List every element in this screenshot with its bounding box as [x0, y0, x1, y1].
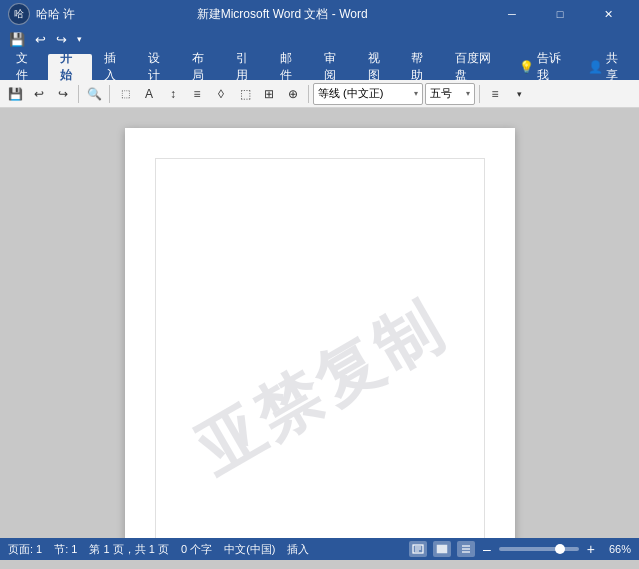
print-view-btn[interactable]: [409, 541, 427, 557]
text-color-btn[interactable]: A: [138, 83, 160, 105]
window-controls: ─ □ ✕: [489, 0, 631, 28]
sep3: [308, 85, 309, 103]
menu-baidu[interactable]: 百度网盘: [443, 54, 507, 80]
menu-review[interactable]: 审阅: [312, 54, 356, 80]
menu-file[interactable]: 文件: [4, 54, 48, 80]
zoom-slider[interactable]: [499, 547, 579, 551]
sep4: [479, 85, 480, 103]
font-name-value: 等线 (中文正): [318, 86, 410, 101]
print-layout-icon: [412, 544, 424, 554]
menu-view[interactable]: 视图: [356, 54, 400, 80]
document-page: 亚禁复制: [125, 128, 515, 538]
search-btn[interactable]: 🔍: [83, 83, 105, 105]
list-btn[interactable]: ≡: [186, 83, 208, 105]
minimize-button[interactable]: ─: [489, 0, 535, 28]
toolbar-row: 💾 ↩ ↪ 🔍 ⬚ A ↕ ≡ ◊ ⬚ ⊞ ⊕ 等线 (中文正) ▾ 五号 ▾ …: [0, 80, 639, 108]
font-size-value: 五号: [430, 86, 462, 101]
avatar: 哈: [8, 3, 30, 25]
menu-insert[interactable]: 插入: [92, 54, 136, 80]
menu-help[interactable]: 帮助: [399, 54, 443, 80]
sep1: [78, 85, 79, 103]
align-btn[interactable]: ≡: [484, 83, 506, 105]
web-view-btn[interactable]: [433, 541, 451, 557]
page-info: 页面: 1: [8, 542, 42, 557]
section-info: 节: 1: [54, 542, 77, 557]
read-view-btn[interactable]: [457, 541, 475, 557]
arrow-btn[interactable]: ↕: [162, 83, 184, 105]
font-size-dropdown-icon: ▾: [466, 89, 470, 98]
undo-btn[interactable]: ↩: [28, 83, 50, 105]
svg-rect-4: [437, 545, 447, 553]
language: 中文(中国): [224, 542, 275, 557]
close-button[interactable]: ✕: [585, 0, 631, 28]
page-margin-border: [155, 158, 485, 538]
zoom-thumb[interactable]: [555, 544, 565, 554]
ribbon-tabs: 文件 开始 插入 设计 布局 引用 邮件 审阅 视图 帮助 百度网盘 💡 告诉我…: [0, 50, 639, 80]
save-icon[interactable]: 💾: [4, 83, 26, 105]
font-size-selector[interactable]: 五号 ▾: [425, 83, 475, 105]
table-btn[interactable]: ⊞: [258, 83, 280, 105]
zoom-minus-btn[interactable]: –: [483, 541, 491, 557]
status-bar: 页面: 1 节: 1 第 1 页，共 1 页 0 个字 中文(中国) 插入: [0, 538, 639, 560]
lightbulb-icon: 💡: [519, 60, 534, 74]
menu-share[interactable]: 👤 共享: [576, 54, 635, 80]
menu-references[interactable]: 引用: [224, 54, 268, 80]
page-count: 第 1 页，共 1 页: [89, 542, 168, 557]
edit-mode: 插入: [287, 542, 309, 557]
quick-access-toolbar: 💾 ↩ ↪ ▾: [0, 28, 639, 50]
menu-start[interactable]: 开始: [48, 54, 92, 80]
read-layout-icon: [460, 544, 472, 554]
menu-design[interactable]: 设计: [136, 54, 180, 80]
qa-undo-button[interactable]: ↩: [32, 31, 49, 48]
redo-btn[interactable]: ↪: [52, 83, 74, 105]
status-right: – + 66%: [409, 541, 631, 557]
diamond-btn[interactable]: ◊: [210, 83, 232, 105]
ribbon-tabs-wrapper: 💾 ↩ ↪ ▾ 文件 开始 插入 设计 布局 引用 邮件 审阅 视图 帮助 百度…: [0, 28, 639, 80]
grid-btn[interactable]: ⬚: [234, 83, 256, 105]
qa-redo-button[interactable]: ↪: [53, 31, 70, 48]
sep2: [109, 85, 110, 103]
droparrow-btn[interactable]: ▾: [508, 83, 530, 105]
zoom-level: 66%: [603, 543, 631, 555]
plus-btn[interactable]: ⊕: [282, 83, 304, 105]
qa-save-button[interactable]: 💾: [6, 31, 28, 48]
web-layout-icon: [436, 544, 448, 554]
status-left: 页面: 1 节: 1 第 1 页，共 1 页 0 个字 中文(中国) 插入: [8, 542, 309, 557]
format-btn[interactable]: ⬚: [114, 83, 136, 105]
document-area: 亚禁复制: [0, 108, 639, 538]
maximize-button[interactable]: □: [537, 0, 583, 28]
word-count: 0 个字: [181, 542, 212, 557]
menu-layout[interactable]: 布局: [180, 54, 224, 80]
menu-tellme[interactable]: 💡 告诉我: [507, 54, 576, 80]
qa-customize-button[interactable]: ▾: [74, 33, 85, 45]
window-title: 新建Microsoft Word 文档 - Word: [75, 6, 489, 23]
username-label: 哈哈 许: [36, 6, 75, 23]
title-bar: 哈 哈哈 许 新建Microsoft Word 文档 - Word ─ □ ✕: [0, 0, 639, 28]
zoom-plus-btn[interactable]: +: [587, 541, 595, 557]
user-area: 哈 哈哈 许: [8, 3, 75, 25]
font-name-selector[interactable]: 等线 (中文正) ▾: [313, 83, 423, 105]
menu-mail[interactable]: 邮件: [268, 54, 312, 80]
font-name-dropdown-icon: ▾: [414, 89, 418, 98]
share-icon: 👤: [588, 60, 603, 74]
